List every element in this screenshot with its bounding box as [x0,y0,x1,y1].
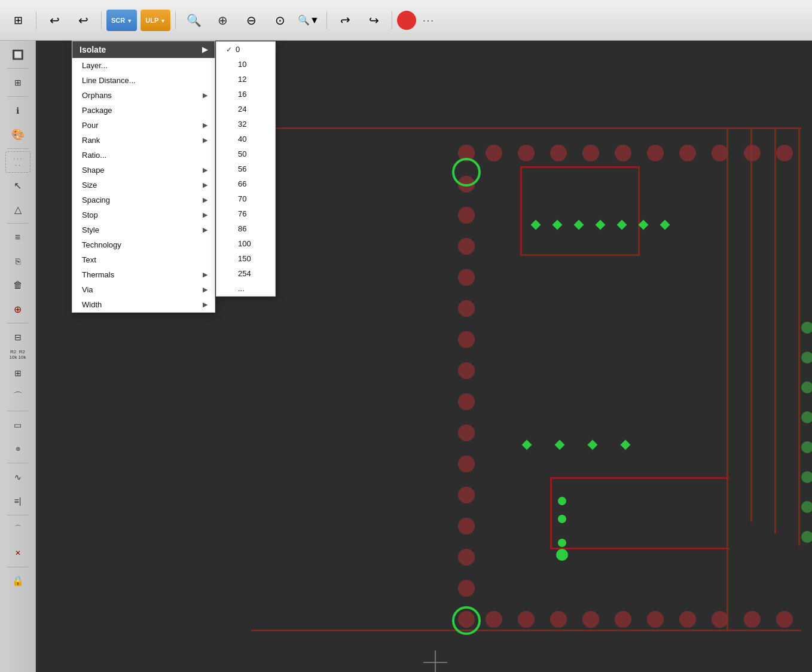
canvas-area[interactable]: Isolate ▶ Layer... Line Distance... Orph… [36,41,812,672]
sidebar-remove-button[interactable]: ✕ [5,542,31,564]
sidebar-wave-button[interactable]: ∿ [5,466,31,488]
submenu-item-70[interactable]: 70 [216,191,275,206]
zoom-in-button[interactable]: ⊕ [209,7,236,33]
menu-item-style[interactable]: Style ▶ [72,222,215,237]
menu-item-thermals[interactable]: Thermals ▶ [72,267,215,282]
grid-button[interactable]: ⊞ [5,7,31,33]
ulp-arrow: ▼ [160,18,166,24]
sidebar-drc-button[interactable]: ℹ [5,99,31,122]
submenu-item-76-label: 76 [238,209,246,218]
submenu-item-10[interactable]: 10 [216,57,275,72]
scr-button[interactable]: SCR ▼ [106,10,137,31]
zoom-area-button[interactable]: 🔍▼ [295,7,322,33]
sidebar-pad-button[interactable]: ▭ [5,414,31,436]
svg-rect-4 [750,127,752,522]
menu-item-technology[interactable]: Technology [72,237,215,252]
menu-item-spacing[interactable]: Spacing ▶ [72,193,215,207]
menu-header[interactable]: Isolate ▶ [72,41,215,58]
menu-title: Isolate [80,45,106,54]
undo-button[interactable]: ↪ [332,7,358,33]
sidebar-sep-4 [7,223,29,224]
svg-point-45 [615,611,631,628]
menu-item-stop[interactable]: Stop ▶ [72,207,215,222]
menu-item-spacing-label: Spacing [82,196,110,204]
zoom-minus-button[interactable]: ⊖ [238,7,264,33]
sidebar-via-button[interactable]: ⊕ [5,438,31,460]
submenu-item-86[interactable]: 86 [216,221,275,236]
menu-item-rank[interactable]: Rank ▶ [72,133,215,148]
more-button[interactable]: ⋯ [419,13,438,28]
menu-item-package-label: Package [82,106,112,115]
submenu-item-50[interactable]: 50 [216,146,275,161]
sidebar-layers-button[interactable]: ⊞ [5,71,31,94]
submenu-item-40[interactable]: 40 [216,132,275,146]
svg-point-75 [556,549,568,561]
svg-point-42 [518,611,535,628]
svg-rect-8 [520,254,640,256]
submenu-item-56-label: 56 [238,164,246,173]
svg-rect-10 [550,477,729,479]
submenu-item-56[interactable]: 56 [216,161,275,176]
sidebar-info-button[interactable]: 🔲 [5,43,31,66]
sidebar-lock-button[interactable]: 🔒 [5,570,31,592]
zoom-fit-button[interactable]: ⊙ [267,7,293,33]
menu-item-orphans[interactable]: Orphans ▶ [72,88,215,103]
submenu-item-32-label: 32 [238,120,246,129]
submenu-item-40-label: 40 [238,135,246,143]
sidebar-select-button[interactable]: · · ·· · [5,151,30,173]
menu-item-ratio[interactable]: Ratio... [72,148,215,163]
submenu-item-66[interactable]: 66 [216,176,275,191]
sidebar-copy-button[interactable]: ⎘ [5,250,31,273]
svg-point-31 [486,145,502,161]
submenu-item-100[interactable]: 100 [216,236,275,251]
svg-point-40 [776,145,793,161]
submenu-item-16[interactable]: 16 [216,87,275,102]
submenu-item-76[interactable]: 76 [216,206,275,221]
sidebar-color-button[interactable]: 🎨 [5,123,31,146]
redo-button[interactable]: ↪ [361,7,387,33]
svg-rect-7 [520,166,522,256]
sidebar-arc-button[interactable]: ⌒ [5,386,31,408]
menu-item-package[interactable]: Package [72,103,215,118]
submenu-item-150[interactable]: 150 [216,251,275,266]
sidebar-group-button[interactable]: ⊟ [5,326,31,349]
submenu-item-24[interactable]: 24 [216,102,275,117]
sidebar-move-button[interactable]: △ [5,198,31,221]
sidebar-route-button[interactable]: ⌒ [5,518,31,540]
svg-point-49 [744,611,761,628]
sidebar-cursor-button[interactable]: ↖ [5,174,31,197]
menu-item-via[interactable]: Via ▶ [72,282,215,297]
svg-point-50 [776,611,793,628]
sidebar-add-button[interactable]: ⊕ [5,298,31,320]
sidebar-equal-button[interactable]: ≡| [5,490,31,512]
menu-item-shape[interactable]: Shape ▶ [72,163,215,178]
menu-item-text[interactable]: Text [72,252,215,267]
svg-point-44 [582,611,599,628]
svg-point-23 [458,393,475,410]
menu-item-line-distance[interactable]: Line Distance... [72,73,215,88]
menu-item-width[interactable]: Width ▶ [72,297,215,312]
ulp-button[interactable]: ULP ▼ [141,10,170,31]
back-button[interactable]: ↩ [70,7,96,33]
sidebar-delete-button[interactable]: 🗑 [5,274,31,297]
zoom-out-button[interactable]: 🔍 [181,7,207,33]
info-button[interactable]: ↩ [41,7,68,33]
menu-item-layer[interactable]: Layer... [72,58,215,73]
submenu-item-more[interactable]: ... [216,281,275,296]
stop-button[interactable] [397,11,416,30]
svg-point-25 [458,456,475,472]
sidebar-line-button[interactable]: ≡ [5,226,31,249]
submenu-item-254[interactable]: 254 [216,266,275,281]
submenu-item-0[interactable]: 0 [216,42,275,57]
svg-point-26 [458,487,475,503]
toolbar-separator-4 [326,11,327,29]
submenu-item-32[interactable]: 32 [216,117,275,132]
submenu-item-70-label: 70 [238,194,246,203]
svg-point-21 [458,331,475,348]
menu-item-pour[interactable]: Pour ▶ [72,118,215,133]
menu-item-shape-arrow: ▶ [203,166,207,174]
menu-item-size[interactable]: Size ▶ [72,178,215,193]
sidebar-snap-button[interactable]: ⊞ [5,362,31,384]
menu-item-thermals-arrow: ▶ [203,271,207,279]
submenu-item-12[interactable]: 12 [216,72,275,87]
